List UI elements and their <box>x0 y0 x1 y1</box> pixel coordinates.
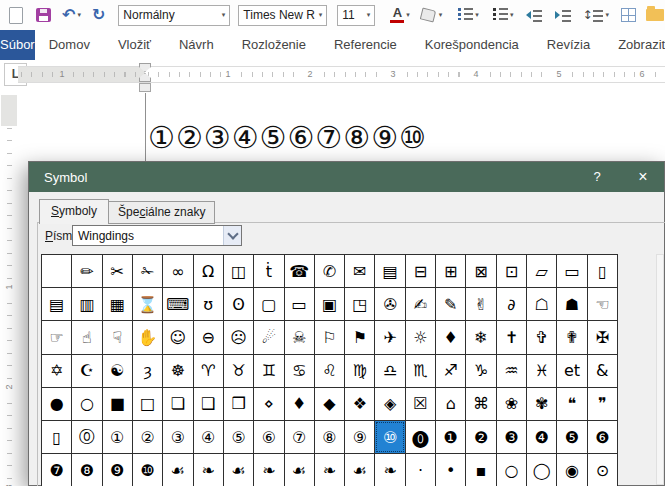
symbol-cell[interactable]: ☙ <box>163 454 192 486</box>
symbol-cell[interactable]: ▤ <box>375 255 404 287</box>
dialog-title-bar[interactable]: Symbol ? × <box>29 162 664 192</box>
tab-symboly[interactable]: Symboly <box>39 199 109 224</box>
font-color-button[interactable]: A ▾ <box>390 7 410 23</box>
symbol-cell[interactable]: ◈ <box>375 388 404 420</box>
symbol-cell[interactable]: ❏ <box>163 388 192 420</box>
symbol-cell[interactable]: ◳ <box>345 288 374 320</box>
vertical-ruler[interactable]: 1 2 3 4 <box>1 90 17 486</box>
symbol-cell[interactable]: ❿ <box>133 454 162 486</box>
symbol-cell[interactable]: ✆ <box>315 255 344 287</box>
dialog-scrollbar[interactable] <box>656 254 664 485</box>
insert-table-icon[interactable] <box>621 8 636 22</box>
symbol-cell[interactable]: ❝ <box>557 388 586 420</box>
undo-button[interactable]: ↶ ▾ <box>62 7 81 23</box>
symbol-cell[interactable]: ■ <box>103 388 132 420</box>
symbol-cell[interactable]: ⊖ <box>194 321 223 353</box>
new-document-icon[interactable] <box>9 7 23 24</box>
symbol-cell[interactable]: ❷ <box>466 421 495 453</box>
left-indent-marker[interactable] <box>139 83 151 92</box>
decrease-indent-button[interactable] <box>526 9 542 22</box>
symbol-cell[interactable]: ⓿ <box>406 421 435 453</box>
symbol-cell[interactable]: ⑧ <box>315 421 344 453</box>
symbol-cell[interactable]: ♑ <box>466 355 495 387</box>
symbol-cell[interactable]: ☸ <box>163 355 192 387</box>
line-spacing-button[interactable]: ↕ ▾ <box>582 7 609 23</box>
symbol-cell[interactable]: ♦ <box>285 388 314 420</box>
ribbon-tab-zobraziť[interactable]: Zobraziť <box>604 30 665 60</box>
symbol-cell[interactable]: ① <box>103 421 132 453</box>
symbol-cell[interactable]: Ω <box>194 255 223 287</box>
symbol-cell[interactable]: ♍ <box>345 355 374 387</box>
open-folder-icon[interactable] <box>646 9 664 21</box>
ribbon-tab-vložiť[interactable]: Vložiť <box>104 30 165 60</box>
ribbon-tab-korešpondencia[interactable]: Korešpondencia <box>411 30 533 60</box>
symbol-font-dropdown[interactable]: Wingdings <box>72 225 242 246</box>
symbol-cell[interactable]: ❒ <box>224 388 253 420</box>
symbol-cell[interactable]: ☗ <box>557 288 586 320</box>
symbol-cell[interactable]: ♦ <box>436 321 465 353</box>
symbol-cell[interactable]: ☙ <box>224 454 253 486</box>
symbol-cell[interactable]: ⊟ <box>406 255 435 287</box>
symbol-cell[interactable]: ❖ <box>345 388 374 420</box>
increase-indent-button[interactable] <box>555 9 571 22</box>
symbol-cell[interactable]: ✡ <box>42 355 71 387</box>
symbol-cell[interactable]: ∂ <box>497 288 526 320</box>
symbol-cell[interactable]: ☙ <box>345 454 374 486</box>
symbol-cell[interactable]: ♊ <box>254 355 283 387</box>
font-size-dropdown[interactable]: 11 ▾ <box>337 5 375 26</box>
symbol-cell[interactable]: ⑩ <box>375 421 404 453</box>
symbol-cell[interactable]: ☠ <box>285 321 314 353</box>
symbol-cell[interactable]: ⊠ <box>466 255 495 287</box>
symbol-cell[interactable]: ❼ <box>42 454 71 486</box>
symbol-cell[interactable]: ◆ <box>315 388 344 420</box>
symbol-cell[interactable]: ✏ <box>72 255 101 287</box>
redo-button[interactable]: ↻ <box>92 7 105 23</box>
symbol-cell[interactable]: ❧ <box>315 454 344 486</box>
help-button[interactable]: ? <box>582 162 612 192</box>
symbol-cell[interactable]: ▤ <box>42 288 71 320</box>
symbol-cell[interactable]: ❾ <box>103 454 132 486</box>
symbol-cell[interactable]: ⓪ <box>72 421 101 453</box>
symbol-cell[interactable]: et <box>557 355 586 387</box>
symbol-cell[interactable]: ⚑ <box>345 321 374 353</box>
symbol-cell[interactable]: ✌ <box>466 288 495 320</box>
symbol-cell[interactable]: ☎ <box>285 255 314 287</box>
symbol-cell[interactable]: ⌂ <box>436 388 465 420</box>
symbol-cell[interactable]: ✁ <box>133 255 162 287</box>
symbol-cell[interactable]: ❸ <box>497 421 526 453</box>
symbol-cell[interactable]: ✇ <box>375 288 404 320</box>
symbol-cell[interactable]: ṫ <box>254 255 283 287</box>
symbol-cell[interactable]: ✟ <box>557 321 586 353</box>
symbol-cell[interactable]: ▯ <box>42 421 71 453</box>
symbol-cell[interactable]: ▦ <box>103 288 132 320</box>
symbol-cell[interactable]: ✝ <box>497 321 526 353</box>
symbol-cell[interactable]: ☝ <box>72 321 101 353</box>
symbol-cell[interactable]: ♌ <box>315 355 344 387</box>
symbol-cell[interactable]: ☼ <box>406 321 435 353</box>
symbol-cell[interactable]: ∞ <box>163 255 192 287</box>
symbol-cell[interactable]: ◯ <box>527 454 556 486</box>
symbol-cell[interactable]: ❧ <box>375 454 404 486</box>
numbered-list-button[interactable]: ▾ <box>444 7 479 23</box>
symbol-cell[interactable] <box>42 255 71 287</box>
symbol-cell[interactable]: ❑ <box>194 388 223 420</box>
horizontal-ruler[interactable]: 1 1 2 3 4 5 6 <box>18 66 665 83</box>
symbol-cell[interactable]: ✉ <box>345 255 374 287</box>
symbol-cell[interactable]: & <box>588 355 617 387</box>
symbol-cell[interactable]: ☜ <box>588 288 617 320</box>
symbol-cell[interactable]: ✠ <box>588 321 617 353</box>
bullet-list-button[interactable]: ▾ <box>480 7 514 23</box>
symbol-cell[interactable]: ⑦ <box>285 421 314 453</box>
symbol-cell[interactable]: ✞ <box>527 321 556 353</box>
symbol-cell[interactable]: ⑨ <box>345 421 374 453</box>
dropdown-button[interactable] <box>223 226 241 245</box>
document-text[interactable]: ①②③④⑤⑥⑦⑧⑨⑩ <box>148 120 427 155</box>
symbol-cell[interactable]: ♐ <box>436 355 465 387</box>
symbol-cell[interactable]: □ <box>133 388 162 420</box>
symbol-cell[interactable]: ♓ <box>527 355 556 387</box>
symbol-cell[interactable]: ④ <box>194 421 223 453</box>
symbol-cell[interactable]: • <box>436 454 465 486</box>
symbol-cell[interactable]: ▣ <box>315 288 344 320</box>
symbol-cell[interactable]: ❻ <box>588 421 617 453</box>
ribbon-tab-návrh[interactable]: Návrh <box>165 30 228 60</box>
